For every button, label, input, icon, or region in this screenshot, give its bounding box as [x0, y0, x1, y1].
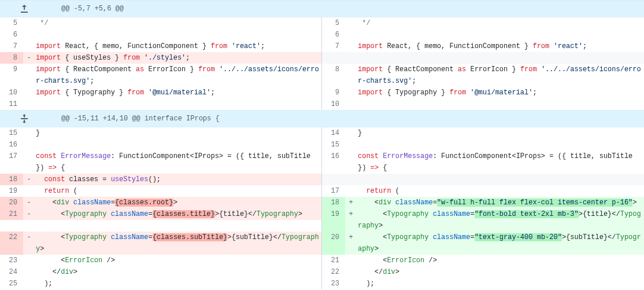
diff-line[interactable]: 22 </div>: [322, 266, 644, 278]
left-side: 15}: [0, 127, 322, 139]
line-number[interactable]: 15: [322, 139, 345, 150]
code-content: import React, { memo, FunctionComponent …: [357, 41, 644, 52]
line-number[interactable]: 7: [322, 41, 345, 52]
line-number[interactable]: 20: [322, 232, 345, 255]
diff-marker: [345, 64, 357, 87]
diff-line[interactable]: 7import React, { memo, FunctionComponent…: [0, 41, 321, 52]
code-content: [357, 139, 644, 150]
line-number[interactable]: 6: [322, 29, 345, 41]
line-number[interactable]: 14: [322, 127, 345, 139]
diff-line[interactable]: 19+ <Typography className="font-bold tex…: [322, 208, 644, 232]
left-side: 18- const classes = useStyles();: [0, 174, 322, 185]
line-number[interactable]: 10: [0, 87, 23, 98]
line-number[interactable]: 5: [0, 17, 23, 29]
line-number[interactable]: 7: [0, 41, 23, 52]
line-number[interactable]: 11: [0, 98, 23, 110]
line-number[interactable]: 17: [322, 185, 345, 197]
diff-line[interactable]: 22- <Typography className={classes.subTi…: [0, 232, 321, 255]
diff-line[interactable]: 21 <ErrorIcon />: [322, 255, 644, 266]
line-number[interactable]: 5: [322, 17, 345, 29]
line-number[interactable]: 20: [0, 197, 23, 208]
diff-marker: -: [23, 174, 35, 185]
diff-line[interactable]: 18+ <div className="w-full h-full flex f…: [322, 197, 644, 208]
line-number[interactable]: 17: [0, 150, 23, 174]
code-content: [357, 174, 644, 185]
diff-line[interactable]: 9import { ReactComponent as ErrorIcon } …: [0, 64, 321, 87]
code-content: [357, 29, 644, 41]
diff-line[interactable]: 15: [322, 139, 644, 150]
diff-line[interactable]: 10import { Typography } from '@mui/mater…: [0, 87, 321, 98]
line-number[interactable]: 21: [0, 208, 23, 220]
line-number[interactable]: [322, 52, 345, 64]
line-number[interactable]: 16: [0, 139, 23, 150]
diff-line[interactable]: 17const ErrorMessage: FunctionComponent<…: [0, 150, 321, 174]
line-number[interactable]: 9: [322, 87, 345, 98]
line-number[interactable]: 15: [0, 127, 23, 139]
line-number[interactable]: 22: [322, 266, 345, 278]
diff-marker: [23, 17, 35, 29]
line-number[interactable]: 10: [322, 98, 345, 110]
diff-line[interactable]: 10: [322, 98, 644, 110]
expand-button[interactable]: [0, 114, 49, 123]
diff-line[interactable]: [322, 52, 644, 64]
diff-line[interactable]: 24 </div>: [0, 266, 321, 278]
hunk-header[interactable]: @@ -15,11 +14,10 @@ interface IProps {: [0, 110, 644, 127]
split-row: 10import { Typography } from '@mui/mater…: [0, 87, 644, 98]
hunk-header-text: @@ -5,7 +5,6 @@: [49, 3, 124, 14]
line-number[interactable]: 19: [0, 185, 23, 197]
line-number[interactable]: 23: [322, 278, 345, 289]
diff-line[interactable]: 9import { Typography } from '@mui/materi…: [322, 87, 644, 98]
diff-line[interactable]: 17 return (: [322, 185, 644, 197]
split-row: 9import { ReactComponent as ErrorIcon } …: [0, 64, 644, 87]
code-content: </div>: [357, 266, 644, 278]
line-number[interactable]: 8: [322, 64, 345, 87]
diff-line[interactable]: 21- <Typography className={classes.title…: [0, 208, 321, 220]
diff-line[interactable]: 8import { ReactComponent as ErrorIcon } …: [322, 64, 644, 87]
diff-line[interactable]: 15}: [0, 127, 321, 139]
line-number[interactable]: 18: [0, 174, 23, 185]
line-number[interactable]: 6: [0, 29, 23, 41]
line-number[interactable]: 23: [0, 255, 23, 266]
diff-line[interactable]: 8-import { useStyles } from './styles';: [0, 52, 321, 64]
diff-line[interactable]: 6: [322, 29, 644, 41]
line-number[interactable]: 18: [322, 197, 345, 208]
diff-line[interactable]: 16: [0, 139, 321, 150]
diff-line[interactable]: 25 );: [0, 278, 321, 289]
diff-line[interactable]: 16const ErrorMessage: FunctionComponent<…: [322, 150, 644, 174]
diff-line[interactable]: 23 );: [322, 278, 644, 289]
diff-marker: [345, 98, 357, 110]
hunk-body: 15}14}161517const ErrorMessage: Function…: [0, 127, 644, 289]
left-side: 21- <Typography className={classes.title…: [0, 208, 322, 232]
line-number[interactable]: 25: [0, 278, 23, 289]
diff-marker: +: [345, 208, 357, 232]
diff-line[interactable]: 11: [0, 98, 321, 110]
diff-marker: [345, 185, 357, 197]
hunk-header[interactable]: @@ -5,7 +5,6 @@: [0, 0, 644, 17]
line-number[interactable]: [322, 174, 345, 185]
diff-line[interactable]: 7import React, { memo, FunctionComponent…: [322, 41, 644, 52]
diff-line[interactable]: [322, 174, 644, 185]
diff-line[interactable]: 23 <ErrorIcon />: [0, 255, 321, 266]
diff-line[interactable]: 5 */: [322, 17, 644, 29]
code-content: );: [357, 278, 644, 289]
expand-up-button[interactable]: [0, 4, 49, 13]
diff-line[interactable]: 20- <div className={classes.root}>: [0, 197, 321, 208]
code-content: import { Typography } from '@mui/materia…: [357, 87, 644, 98]
diff-line[interactable]: 5 */: [0, 17, 321, 29]
line-number[interactable]: 24: [0, 266, 23, 278]
line-number[interactable]: 21: [322, 255, 345, 266]
diff-line[interactable]: 20+ <Typography className="text-gray-400…: [322, 232, 644, 255]
line-number[interactable]: 16: [322, 150, 345, 174]
right-side: 21 <ErrorIcon />: [322, 255, 644, 266]
right-side: 7import React, { memo, FunctionComponent…: [322, 41, 644, 52]
code-content: <div className="w-full h-full flex flex-…: [357, 197, 644, 208]
diff-line[interactable]: 6: [0, 29, 321, 41]
line-number[interactable]: 19: [322, 208, 345, 232]
line-number[interactable]: 8: [0, 52, 23, 64]
diff-line[interactable]: 19 return (: [0, 185, 321, 197]
diff-line[interactable]: 18- const classes = useStyles();: [0, 174, 321, 185]
line-number[interactable]: 22: [0, 232, 23, 255]
line-number[interactable]: 9: [0, 64, 23, 87]
diff-line[interactable]: 14}: [322, 127, 644, 139]
right-side: 5 */: [322, 17, 644, 29]
